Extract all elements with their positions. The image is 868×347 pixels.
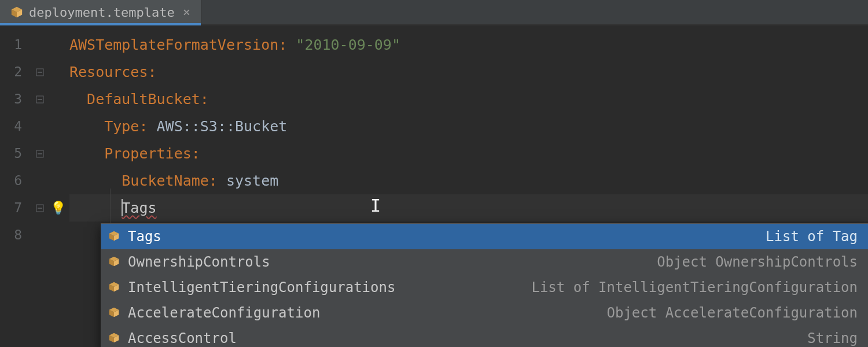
typed-token: Tags <box>122 200 156 216</box>
line-number: 4 <box>0 113 34 140</box>
fold-marker-icon[interactable] <box>34 58 46 86</box>
line-number: 3 <box>0 86 34 113</box>
code-line[interactable]: Resources: <box>69 58 868 86</box>
line-number: 5 <box>0 140 34 167</box>
fold-gutter <box>34 25 46 347</box>
fold-marker-icon[interactable] <box>34 194 46 222</box>
yaml-key: Resources <box>69 64 148 80</box>
line-number: 7 <box>0 194 34 222</box>
yaml-value: system <box>226 172 278 189</box>
line-number: 6 <box>0 167 34 194</box>
yaml-value: AWS::S3::Bucket <box>157 118 288 135</box>
autocomplete-item-selected[interactable]: Tags List of Tag <box>101 224 868 249</box>
property-cube-icon <box>108 281 121 294</box>
intention-bulb-icon[interactable]: 💡 <box>50 201 66 215</box>
autocomplete-label: AccessControl <box>128 330 800 346</box>
autocomplete-type: Object OwnershipControls <box>657 254 858 270</box>
autocomplete-type: Object AccelerateConfiguration <box>607 305 858 321</box>
autocomplete-item[interactable]: AccelerateConfiguration Object Accelerat… <box>101 300 868 326</box>
yaml-key: DefaultBucket <box>87 91 200 108</box>
property-cube-icon <box>108 256 121 268</box>
code-editor[interactable]: 1 2 3 4 5 6 7 8 💡 AWSTemplat <box>0 25 868 347</box>
yaml-key: Properties <box>104 145 192 162</box>
editor-tab-active[interactable]: deployment.template × <box>0 0 201 24</box>
autocomplete-item[interactable]: IntelligentTieringConfigurations List of… <box>101 275 868 300</box>
code-line[interactable]: Properties: <box>69 140 868 167</box>
code-line[interactable]: BucketName: system <box>69 167 868 194</box>
line-number: 2 <box>0 58 34 86</box>
yaml-key: BucketName <box>122 172 209 189</box>
close-tab-icon[interactable]: × <box>181 6 193 19</box>
property-cube-icon <box>108 230 121 243</box>
autocomplete-type: List of Tag <box>766 228 858 245</box>
yaml-key: AWSTemplateFormatVersion <box>69 36 278 53</box>
autocomplete-type: String <box>807 330 858 346</box>
autocomplete-label: IntelligentTieringConfigurations <box>128 279 524 296</box>
autocomplete-label: OwnershipControls <box>128 254 650 270</box>
tab-filename: deployment.template <box>29 5 175 20</box>
autocomplete-item[interactable]: AccessControl String <box>101 326 868 347</box>
code-line-current[interactable]: Tags <box>69 194 868 222</box>
autocomplete-label: AccelerateConfiguration <box>128 305 600 321</box>
code-line[interactable]: AWSTemplateFormatVersion: "2010-09-09" <box>69 31 868 58</box>
autocomplete-popup[interactable]: Tags List of Tag OwnershipControls Objec… <box>101 223 868 347</box>
tab-bar: deployment.template × <box>0 0 868 25</box>
code-line[interactable]: DefaultBucket: <box>69 86 868 113</box>
property-cube-icon <box>108 307 121 319</box>
property-cube-icon <box>108 332 121 345</box>
yaml-string: "2010-09-09" <box>296 36 400 53</box>
line-number-gutter: 1 2 3 4 5 6 7 8 <box>0 25 34 347</box>
autocomplete-item[interactable]: OwnershipControls Object OwnershipContro… <box>101 249 868 275</box>
autocomplete-type: List of IntelligentTieringConfiguration <box>531 279 858 296</box>
intention-gutter: 💡 <box>46 25 69 347</box>
yaml-key: Type <box>104 118 139 135</box>
line-number: 1 <box>0 31 34 58</box>
fold-marker-icon[interactable] <box>34 140 46 167</box>
fold-marker-icon[interactable] <box>34 86 46 113</box>
code-line[interactable]: Type: AWS::S3::Bucket <box>69 113 868 140</box>
text-caret <box>122 199 123 216</box>
line-number: 8 <box>0 222 34 249</box>
aws-cloudformation-icon <box>10 6 23 19</box>
autocomplete-label: Tags <box>128 228 759 245</box>
